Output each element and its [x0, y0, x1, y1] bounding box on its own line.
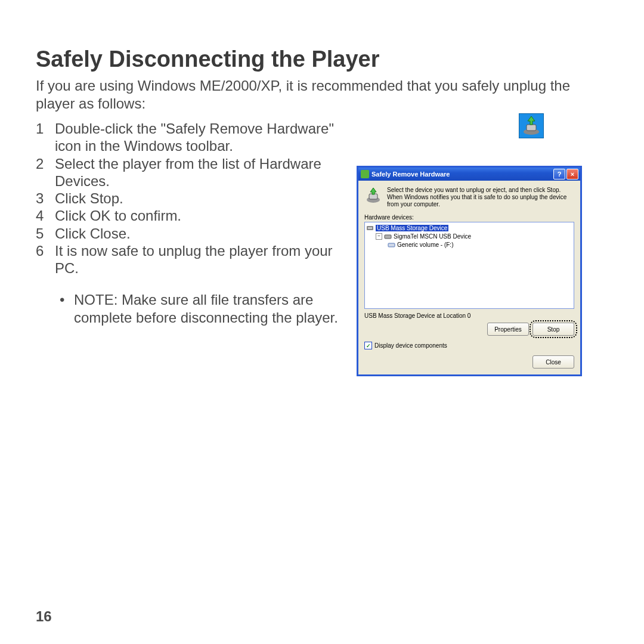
step-text: Click Stop. — [55, 190, 358, 207]
safely-remove-hardware-tray-icon — [519, 113, 544, 138]
svg-rect-8 — [388, 243, 395, 247]
dialog-info-icon — [364, 187, 382, 205]
dialog-titlebar[interactable]: Safely Remove Hardware ? × — [358, 168, 580, 181]
svg-rect-7 — [385, 235, 391, 239]
step-text: Click Close. — [55, 225, 358, 242]
steps-list: 1Double-click the "Safely Remove Hardwar… — [36, 120, 358, 277]
svg-rect-6 — [368, 227, 372, 229]
stop-button[interactable]: Stop — [532, 323, 574, 336]
hardware-devices-label: Hardware devices: — [364, 214, 574, 221]
dialog-title-icon — [361, 170, 369, 178]
tree-item-grandchild[interactable]: Generic volume - (F:) — [397, 242, 453, 248]
device-status-text: USB Mass Storage Device at Location 0 — [364, 312, 574, 319]
step-text: It is now safe to unplug the player from… — [55, 242, 358, 277]
drive-icon — [384, 233, 392, 240]
step-text: Click OK to confirm. — [55, 207, 358, 224]
step-number: 6 — [36, 242, 55, 277]
intro-text: If you are using Windows ME/2000/XP, it … — [36, 77, 608, 113]
note-text: NOTE: Make sure all file transfers are c… — [74, 291, 358, 327]
page-number: 16 — [36, 608, 52, 625]
close-button[interactable]: Close — [532, 355, 574, 369]
page-title: Safely Disconnecting the Player — [36, 47, 608, 72]
tree-item-root[interactable]: USB Mass Storage Device — [376, 225, 448, 231]
step-number: 4 — [36, 207, 55, 224]
svg-rect-2 — [527, 125, 536, 131]
window-close-button[interactable]: × — [566, 169, 578, 179]
step-number: 3 — [36, 190, 55, 207]
help-button[interactable]: ? — [553, 169, 565, 179]
dialog-info-text: Select the device you want to unplug or … — [387, 187, 574, 208]
step-number: 1 — [36, 120, 55, 155]
step-number: 5 — [36, 225, 55, 242]
usb-device-icon — [366, 224, 374, 232]
dialog-title-text: Safely Remove Hardware — [371, 171, 553, 178]
tree-item-child[interactable]: SigmaTel MSCN USB Device — [394, 233, 471, 240]
tree-expander-icon[interactable]: − — [376, 233, 382, 240]
volume-icon — [388, 241, 395, 249]
display-components-label: Display device components — [374, 342, 447, 349]
step-number: 2 — [36, 155, 55, 190]
display-components-checkbox[interactable]: ✓ — [364, 342, 372, 349]
safely-remove-dialog: Safely Remove Hardware ? × Select the de… — [357, 166, 582, 376]
bullet-icon: • — [60, 291, 74, 327]
step-text: Double-click the "Safely Remove Hardware… — [55, 120, 358, 155]
properties-button[interactable]: Properties — [487, 323, 529, 336]
hardware-device-tree[interactable]: USB Mass Storage Device − SigmaTel MSCN … — [364, 222, 574, 309]
note-block: • NOTE: Make sure all file transfers are… — [36, 291, 358, 327]
step-text: Select the player from the list of Hardw… — [55, 155, 358, 190]
